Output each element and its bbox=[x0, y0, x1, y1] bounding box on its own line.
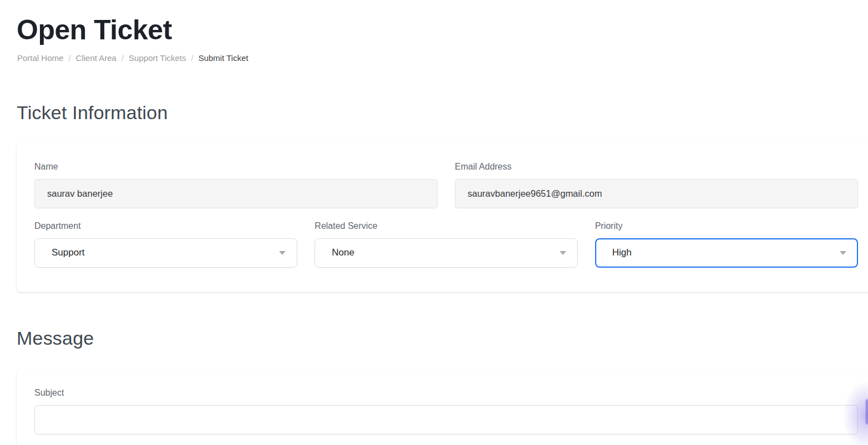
related-service-select[interactable]: None bbox=[314, 238, 577, 268]
department-field-group: Department Support bbox=[34, 221, 297, 268]
offscreen-floating-button[interactable] bbox=[866, 399, 868, 424]
subject-label: Subject bbox=[34, 388, 858, 398]
email-field-group: Email Address bbox=[455, 162, 858, 208]
open-ticket-page: Open Ticket Portal Home / Client Area / … bbox=[0, 14, 868, 445]
priority-select-value: High bbox=[612, 247, 632, 258]
page-title: Open Ticket bbox=[17, 14, 868, 47]
breadcrumb-support-tickets[interactable]: Support Tickets bbox=[129, 53, 186, 63]
ticket-information-heading: Ticket Information bbox=[17, 102, 868, 124]
breadcrumb: Portal Home / Client Area / Support Tick… bbox=[17, 53, 868, 63]
breadcrumb-separator: / bbox=[121, 53, 124, 63]
email-label: Email Address bbox=[455, 162, 858, 172]
breadcrumb-portal-home[interactable]: Portal Home bbox=[17, 53, 63, 63]
chevron-down-icon bbox=[560, 251, 566, 255]
name-input[interactable] bbox=[34, 179, 438, 208]
chevron-down-icon bbox=[279, 251, 286, 255]
breadcrumb-current-submit-ticket: Submit Ticket bbox=[199, 53, 248, 63]
breadcrumb-separator: / bbox=[191, 53, 193, 63]
subject-input[interactable] bbox=[34, 405, 858, 434]
breadcrumb-separator: / bbox=[68, 53, 70, 63]
message-card: Subject bbox=[17, 369, 868, 445]
email-input[interactable] bbox=[455, 179, 858, 208]
department-label: Department bbox=[34, 221, 297, 231]
message-heading: Message bbox=[17, 328, 868, 349]
chevron-down-icon bbox=[840, 251, 846, 255]
related-service-field-group: Related Service None bbox=[314, 221, 577, 268]
name-field-group: Name bbox=[34, 162, 438, 208]
related-service-select-value: None bbox=[332, 247, 354, 258]
department-select[interactable]: Support bbox=[34, 238, 297, 268]
ticket-information-card: Name Email Address Department Support Re… bbox=[17, 142, 868, 292]
priority-label: Priority bbox=[595, 221, 858, 231]
name-label: Name bbox=[34, 162, 438, 172]
priority-field-group: Priority High bbox=[595, 221, 858, 268]
subject-field-group: Subject bbox=[34, 388, 858, 434]
priority-select[interactable]: High bbox=[595, 238, 858, 268]
related-service-label: Related Service bbox=[314, 221, 577, 231]
department-select-value: Support bbox=[52, 247, 85, 258]
breadcrumb-client-area[interactable]: Client Area bbox=[76, 53, 116, 63]
